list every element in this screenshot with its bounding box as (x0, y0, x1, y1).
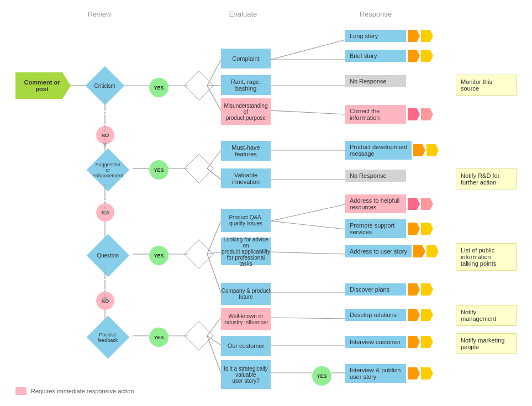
wellknown-label: Well-known or industry influencer (223, 313, 268, 325)
discover-plans-arrows (408, 283, 433, 296)
no-response1-item: No Response (345, 75, 406, 87)
product-dev-arrows (413, 144, 439, 156)
criticism-eval-diamond (188, 72, 210, 99)
wellknown-box: Well-known or industry influencer (221, 308, 271, 330)
question-no-circle: NO (96, 292, 114, 310)
address-helpful-arrows (408, 198, 433, 210)
promote-label: Promote support services (345, 219, 406, 238)
diagram-container: Review Evaluate Response (0, 0, 532, 406)
start-node: Comment or post (15, 72, 71, 99)
suggestion-no-label: NO (102, 210, 109, 215)
long-story-arrows (408, 30, 433, 42)
col-header-response: Response (343, 10, 409, 18)
discover-plans-label: Discover plans (345, 283, 406, 296)
discover-plans-item: Discover plans (345, 283, 433, 296)
legend-pink-box (15, 387, 27, 395)
suggestion-eval-diamond (188, 155, 210, 182)
no-response2-label: No Response (345, 170, 406, 182)
interview-publish-item: Interview & publish user story (345, 364, 433, 383)
brief-story-item: Brief story (345, 50, 433, 62)
strategic-yes-label: YES (317, 373, 326, 379)
address-helpful-item: Address to helpfull resources (345, 194, 433, 213)
valuable-box: Valuable innovation (221, 168, 271, 188)
strategic-box: Is it a strategically valuable user stor… (221, 360, 271, 389)
interview-publish-label: Interview & publish user story (345, 364, 406, 383)
svg-line-37 (271, 318, 345, 319)
criticism-label: Criticism (94, 82, 115, 88)
suggestion-diamond-wrapper: Suggestion or enhancement (86, 155, 130, 185)
svg-line-27 (271, 221, 345, 229)
suggestion-label: Suggestion or enhancement (93, 162, 123, 178)
rant-box: Rant, rage, bashing (221, 75, 271, 95)
address-user-arrows (413, 245, 439, 257)
looking-label: Looking for advice on product applicabil… (221, 236, 271, 267)
legend: Requires immediate responsive action (15, 387, 134, 395)
address-user-item: Address to user story (345, 245, 439, 257)
customer-label: Our customer (228, 342, 265, 349)
svg-line-26 (271, 204, 345, 221)
looking-box: Looking for advice on product applicabil… (221, 238, 271, 265)
correct-info-arrows (408, 108, 433, 120)
positive-yes-circle: YES (149, 328, 168, 347)
rant-label: Rant, rage, bashing (221, 78, 271, 92)
notify-rd-note: Notify R&D for further action (456, 168, 517, 189)
notify-mgmt-note-label: Notify management (461, 309, 496, 322)
col-header-review: Review (66, 10, 133, 18)
criticism-yes-label: YES (154, 85, 164, 91)
question-eval-diamond (188, 240, 210, 268)
interview-customer-label: Interview customer (345, 336, 406, 348)
criticism-yes-circle: YES (149, 78, 168, 97)
criticism-no-circle: NO (96, 126, 114, 144)
company-box: Company & product future (221, 283, 271, 305)
qa-label: Product Q&A, quality issues (229, 214, 262, 226)
start-label: Comment or post (22, 79, 65, 92)
no-response2-item: No Response (345, 170, 406, 182)
notify-marketing-note-label: Notify marketing people (461, 337, 504, 350)
question-diamond-wrapper: Question (86, 240, 130, 271)
question-yes-circle: YES (149, 246, 168, 265)
product-dev-label: Product development message (345, 141, 412, 160)
criticism-diamond-wrapper: Criticism (86, 72, 124, 99)
svg-line-6 (271, 40, 345, 60)
brief-story-arrows (408, 50, 433, 62)
suggestion-yes-circle: YES (149, 160, 168, 180)
notify-marketing-note: Notify marketing people (456, 333, 517, 354)
notify-rd-note-label: Notify R&D for further action (461, 172, 499, 186)
address-helpful-label: Address to helpfull resources (345, 194, 406, 213)
address-user-label: Address to user story (345, 245, 412, 257)
correct-info-label: Correct the information (345, 105, 406, 124)
legend-text: Requires immediate responsive action (31, 388, 134, 394)
misunderstanding-label: Misunderstanding of product purpose (221, 103, 271, 121)
strategic-yes-circle: YES (312, 366, 331, 386)
promote-item: Promote support services (345, 219, 433, 238)
long-story-item: Long story (345, 30, 433, 42)
monitor-note: Monitor this source (456, 75, 517, 96)
notify-mgmt-note: Notify management (456, 305, 517, 326)
strategic-label: Is it a strategically valuable user stor… (224, 366, 267, 384)
criticism-no-label: NO (102, 133, 109, 138)
customer-box: Our customer (221, 336, 271, 356)
qa-box: Product Q&A, quality issues (221, 209, 271, 232)
valuable-label: Valuable innovation (221, 172, 271, 185)
col-header-evaluate: Evaluate (210, 10, 276, 18)
svg-line-28 (271, 252, 345, 254)
product-dev-item: Product development message (345, 141, 439, 160)
positive-diamond-wrapper: Positive feedback (86, 322, 130, 352)
misunderstanding-box: Misunderstanding of product purpose (221, 98, 271, 125)
svg-line-9 (271, 110, 345, 114)
monitor-note-label: Monitor this source (461, 78, 492, 92)
promote-arrows (408, 223, 433, 235)
interview-customer-item: Interview customer (345, 336, 433, 348)
suggestion-no-circle: NO (96, 203, 114, 222)
interview-customer-arrows (408, 336, 433, 348)
complaint-box: Complaint (221, 49, 271, 68)
develop-relations-label: Develop relations (345, 309, 406, 321)
develop-relations-item: Develop relations (345, 309, 433, 321)
correct-info-item: Correct the information (345, 105, 433, 124)
complaint-label: Complaint (232, 55, 260, 62)
public-info-note: List of public information talking point… (456, 243, 517, 271)
positive-yes-label: YES (154, 335, 164, 340)
question-no-label: NO (102, 298, 109, 304)
company-label: Company & product future (222, 288, 270, 300)
suggestion-yes-label: YES (154, 167, 164, 173)
